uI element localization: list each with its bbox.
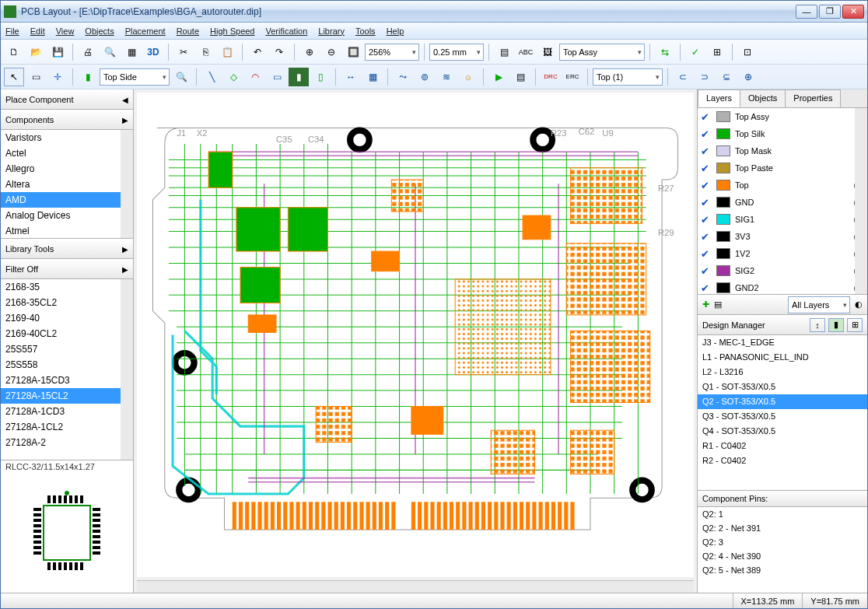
pin-item[interactable]: Q2: 5 - Net 389 xyxy=(698,563,867,577)
part-item[interactable]: 2168-35CL2 xyxy=(1,295,133,310)
place-component-header[interactable]: Place Component◀ xyxy=(1,89,133,110)
layer-row[interactable]: ✔Top Paste xyxy=(698,159,867,177)
fill-icon[interactable]: ▮ xyxy=(289,68,309,86)
pcb-canvas[interactable]: J1X2C35C34 R23C62U9 R27R29 xyxy=(137,93,694,577)
layer-row[interactable]: ✔3V3(4) xyxy=(698,228,867,245)
close-button[interactable]: ✕ xyxy=(842,5,864,19)
save-icon[interactable]: 💾 xyxy=(47,43,68,61)
part-item[interactable]: 27128A-1CL2 xyxy=(1,419,133,435)
preview-icon[interactable]: 🔍 xyxy=(100,43,120,61)
net-icon[interactable]: ⊞ xyxy=(707,43,727,61)
fanout-icon[interactable]: ☼ xyxy=(458,68,478,86)
find-icon[interactable]: 🔍 xyxy=(171,68,191,86)
h-scrollbar[interactable] xyxy=(137,580,694,593)
layer3-icon[interactable]: ⊆ xyxy=(716,68,737,86)
current-layer-combo[interactable]: Top (1) xyxy=(593,68,663,86)
poly-icon[interactable]: ◇ xyxy=(223,68,243,86)
part-item[interactable]: 27128A-2 xyxy=(1,435,133,450)
minimize-button[interactable]: — xyxy=(796,5,817,19)
components-header[interactable]: Components▶ xyxy=(1,110,133,130)
layer4-icon[interactable]: ⊕ xyxy=(738,68,758,86)
paste-icon[interactable]: 📋 xyxy=(217,43,237,61)
table-icon[interactable]: ▦ xyxy=(362,68,383,86)
part-item[interactable]: 2169-40CL2 xyxy=(1,326,133,341)
library-list[interactable]: VaristorsActelAllegroAlteraAMDAnalog Dev… xyxy=(1,130,133,239)
check-icon[interactable]: ✔ xyxy=(701,231,712,243)
lib-item[interactable]: Varistors xyxy=(1,130,133,145)
part-item[interactable]: 27128A-1CD3 xyxy=(1,404,133,419)
menu-edit[interactable]: Edit xyxy=(30,26,45,36)
dm-item[interactable]: J3 - MEC-1_EDGE xyxy=(698,335,867,350)
print-icon[interactable]: 🖨 xyxy=(78,43,98,61)
redo-icon[interactable]: ↷ xyxy=(269,43,289,61)
contrast-icon[interactable]: ◐ xyxy=(855,299,863,310)
arrow-icon[interactable]: ↖ xyxy=(4,68,24,86)
menu-verification[interactable]: Verification xyxy=(266,26,308,36)
check-icon[interactable]: ✔ xyxy=(701,163,712,174)
dm-sort-icon[interactable]: ↕ xyxy=(810,318,825,332)
lib-item[interactable]: AMD xyxy=(1,192,133,208)
layer-row[interactable]: ✔Top Mask xyxy=(698,142,867,159)
cut-icon[interactable]: ✂ xyxy=(173,43,194,61)
tab-layers[interactable]: Layers xyxy=(698,89,740,107)
check-icon[interactable]: ✔ xyxy=(701,111,712,123)
undo-icon[interactable]: ↶ xyxy=(247,43,268,61)
layer1-icon[interactable]: ⊂ xyxy=(673,68,693,86)
menu-tools[interactable]: Tools xyxy=(355,26,376,36)
routesettings-icon[interactable]: ▤ xyxy=(510,68,530,86)
part-item[interactable]: 25S557 xyxy=(1,341,133,357)
part-item[interactable]: 2168-35 xyxy=(1,279,133,295)
add-layer-icon[interactable]: ✚ xyxy=(702,299,709,310)
layer-filter-combo[interactable]: All Layers xyxy=(788,296,850,313)
check-icon[interactable]: ✔ xyxy=(701,180,712,191)
parts-list[interactable]: 2168-352168-35CL22169-402169-40CL225S557… xyxy=(1,279,133,460)
design-manager-list[interactable]: J3 - MEC-1_EDGEL1 - PANASONIC_ELL_INDL2 … xyxy=(698,335,867,491)
arc-icon[interactable]: ◠ xyxy=(245,68,265,86)
dm-item[interactable]: R1 - C0402 xyxy=(698,439,867,453)
layersetup-icon[interactable]: ▤ xyxy=(494,43,514,61)
chip-icon[interactable]: ▮ xyxy=(78,68,98,86)
dm-item[interactable]: Q3 - SOT-353/X0.5 xyxy=(698,409,867,424)
tab-objects[interactable]: Objects xyxy=(740,89,786,107)
ratsnest-icon[interactable]: DRC xyxy=(541,68,561,86)
part-item[interactable]: 27128A-15CD3 xyxy=(1,373,133,388)
lib-item[interactable]: Allegro xyxy=(1,161,133,177)
assy-combo[interactable]: Top Assy xyxy=(559,44,645,61)
menu-file[interactable]: File xyxy=(5,26,19,36)
zoom-combo[interactable]: 256% xyxy=(365,44,419,61)
check-icon[interactable]: ✔ xyxy=(701,214,712,226)
hierarchy-icon[interactable]: ⊡ xyxy=(737,43,758,61)
image-icon[interactable]: 🖼 xyxy=(537,43,558,61)
dm-item[interactable]: R2 - C0402 xyxy=(698,453,867,468)
pad-icon[interactable]: ▯ xyxy=(310,68,331,86)
part-item[interactable]: 27128A-15CL2 xyxy=(1,388,133,404)
dimension-icon[interactable]: ↔ xyxy=(341,68,361,86)
abc-icon[interactable]: ABC xyxy=(516,43,536,61)
menu-objects[interactable]: Objects xyxy=(85,26,114,36)
menu-help[interactable]: Help xyxy=(387,26,404,36)
pin-item[interactable]: Q2: 3 xyxy=(698,535,867,549)
layer-row[interactable]: ✔SIG1(3) xyxy=(698,211,867,228)
menu-view[interactable]: View xyxy=(56,26,75,36)
open-icon[interactable]: 📂 xyxy=(26,43,46,61)
layer-row[interactable]: ✔Top(1) xyxy=(698,177,867,194)
rect-icon[interactable]: ▭ xyxy=(267,68,287,86)
dm-item[interactable]: Q1 - SOT-353/X0.5 xyxy=(698,380,867,394)
route-icon[interactable]: ⤳ xyxy=(393,68,413,86)
menu-placement[interactable]: Placement xyxy=(125,26,166,36)
erc-icon[interactable]: ERC xyxy=(562,68,583,86)
diff-icon[interactable]: ≋ xyxy=(436,68,457,86)
menu-highspeed[interactable]: High Speed xyxy=(210,26,255,36)
layer-row[interactable]: ✔SIG2(6) xyxy=(698,262,867,279)
layer-props-icon[interactable]: ▤ xyxy=(714,299,722,310)
filter-header[interactable]: Filter Off▶ xyxy=(1,259,133,279)
layer-row[interactable]: ✔GND2(7) xyxy=(698,279,867,295)
side-combo[interactable]: Top Side xyxy=(100,68,170,86)
lib-item[interactable]: Actel xyxy=(1,145,133,161)
dm-chip-icon[interactable]: ▮ xyxy=(828,318,844,332)
check-icon[interactable]: ✔ xyxy=(701,248,712,260)
drc-icon[interactable]: ✓ xyxy=(685,43,705,61)
pins-list[interactable]: Q2: 1Q2: 2 - Net 391Q2: 3Q2: 4 - Net 390… xyxy=(698,507,867,593)
titleblock-icon[interactable]: ▦ xyxy=(121,43,142,61)
panel-icon[interactable]: ▭ xyxy=(26,68,46,86)
